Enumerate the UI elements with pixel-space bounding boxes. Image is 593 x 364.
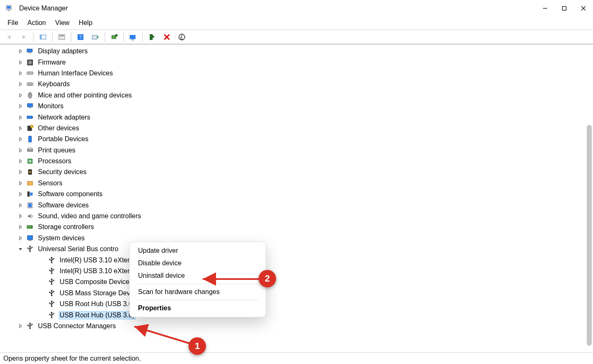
tree-category[interactable]: Sensors [2,178,584,189]
tree-category[interactable]: ?Other devices [2,123,584,134]
tree-category[interactable]: USB Connector Managers [2,321,584,332]
svg-rect-23 [28,52,32,53]
chevron-right-icon[interactable] [16,113,25,122]
svg-rect-96 [49,303,50,304]
chevron-down-icon[interactable] [16,245,25,253]
security-device-icon [25,167,35,177]
svg-rect-54 [28,240,31,241]
tree-category[interactable]: Firmware [2,57,584,67]
device-tree[interactable]: Display adaptersFirmwareHuman Interface … [2,46,584,352]
chevron-right-icon[interactable] [16,322,25,330]
tree-category[interactable]: Security devices [2,167,584,177]
back-button[interactable] [3,31,16,43]
properties-button[interactable] [55,31,68,43]
tree-category[interactable]: Universal Serial Bus contro [2,244,584,254]
context-menu-item[interactable]: Uninstall device [130,269,266,282]
tree-category-label: Firmware [37,59,67,66]
statusbar: Opens property sheet for the current sel… [0,352,593,364]
context-menu[interactable]: Update driverDisable deviceUninstall dev… [129,242,266,317]
tree-item[interactable]: USB Mass Storage Dev [2,288,584,299]
chevron-right-icon[interactable] [16,124,25,132]
chevron-right-icon[interactable] [16,146,25,155]
tree-category[interactable]: Network adapters [2,112,584,122]
tree-category[interactable]: Human Interface Devices [2,68,584,79]
uninstall-device-button[interactable] [160,31,173,43]
chevron-right-icon[interactable] [16,47,25,55]
svg-rect-27 [27,83,33,86]
svg-point-99 [51,312,53,313]
tree-item[interactable]: Intel(R) USB 3.10 eXten [2,254,584,265]
tree-category[interactable]: Processors [2,156,584,167]
chevron-right-icon[interactable] [16,135,25,143]
tree-category[interactable]: Print queues [2,145,584,156]
show-hide-console-tree-button[interactable] [36,31,50,43]
chevron-right-icon[interactable] [16,179,25,187]
toolbar-separator [142,32,143,42]
tree-category[interactable]: Portable Devices [2,134,584,145]
svg-rect-2 [8,10,10,11]
chevron-right-icon[interactable] [16,58,25,67]
chevron-right-icon[interactable] [16,223,25,231]
tree-category[interactable]: Keyboards [2,79,584,90]
menu-help[interactable]: Help [75,17,97,28]
tree-category[interactable]: Display adapters [2,46,584,57]
tree-category[interactable]: Monitors [2,101,584,112]
tree-item-label: USB Root Hub (USB 3.0 [59,300,133,308]
sound-icon [25,212,35,221]
tree-item[interactable]: Intel(R) USB 3.10 eXten [2,266,584,277]
tree-item[interactable]: USB Root Hub (USB 3.0) [2,309,584,320]
chevron-right-icon[interactable] [16,190,25,198]
disable-device-button[interactable] [145,31,158,43]
forward-button[interactable] [18,31,31,43]
chevron-right-icon[interactable] [16,102,25,110]
device-tree-area: Display adaptersFirmwareHuman Interface … [0,45,593,352]
tree-item[interactable]: USB Root Hub (USB 3.0 [2,299,584,309]
usb-icon [47,277,56,287]
context-menu-item[interactable]: Scan for hardware changes [130,286,266,298]
scan-hardware-button[interactable] [89,31,102,43]
mouse-icon [25,91,35,100]
context-menu-item[interactable]: Update driver [130,244,266,257]
enable-device-button[interactable] [126,31,140,43]
svg-rect-89 [49,292,50,293]
minimize-button[interactable] [535,0,555,17]
close-button[interactable] [574,0,593,17]
svg-point-85 [51,290,53,292]
chevron-right-icon[interactable] [16,157,25,165]
tree-category[interactable]: Software components [2,189,584,199]
svg-text:?: ? [31,125,33,128]
svg-point-87 [53,291,55,292]
tree-category[interactable]: Software devices [2,199,584,210]
menu-action[interactable]: Action [23,17,50,28]
tree-category[interactable]: Storage controllers [2,222,584,232]
tree-item[interactable]: USB Composite Device [2,277,584,287]
menu-view[interactable]: View [51,17,73,28]
chevron-right-icon[interactable] [16,69,25,77]
context-menu-item[interactable]: Disable device [130,257,266,269]
svg-point-52 [31,226,33,228]
tree-item-label: USB Root Hub (USB 3.0) [59,311,136,319]
scrollbar-thumb[interactable] [587,125,592,346]
chevron-right-icon[interactable] [16,80,25,88]
chevron-right-icon[interactable] [16,168,25,176]
maximize-button[interactable] [555,0,574,17]
menu-file[interactable]: File [3,17,23,28]
update-driver-button[interactable] [108,31,121,43]
context-menu-item[interactable]: Properties [130,302,266,314]
tree-category[interactable]: Mice and other pointing devices [2,90,584,101]
tree-category[interactable]: System devices [2,233,584,244]
scrollbar-vertical[interactable] [585,46,593,352]
tree-category-label: Display adapters [37,47,88,55]
tree-category-label: Universal Serial Bus contro [37,245,119,253]
chevron-right-icon[interactable] [16,201,25,209]
tree-category[interactable]: Sound, video and game controllers [2,211,584,222]
help-button[interactable]: ? [74,31,87,43]
chevron-right-icon[interactable] [16,91,25,100]
chevron-right-icon[interactable] [16,234,25,242]
scan-for-hardware-changes-button[interactable] [175,31,188,43]
chevron-right-icon[interactable] [16,212,25,220]
svg-point-94 [53,302,55,303]
tree-category-label: Keyboards [37,80,71,88]
statusbar-text: Opens property sheet for the current sel… [3,355,141,362]
svg-rect-34 [27,116,33,118]
